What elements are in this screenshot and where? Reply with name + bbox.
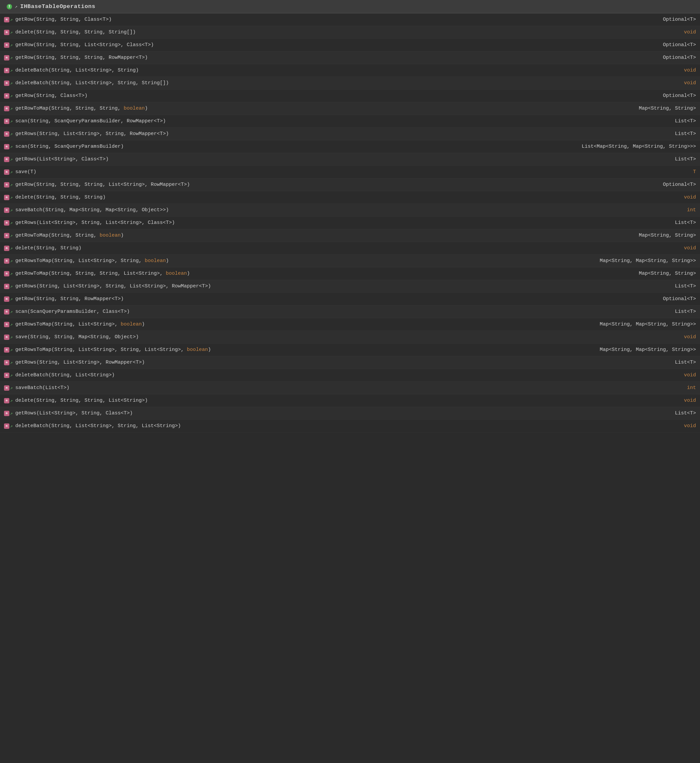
method-row[interactable]: m↗getRow(String, String, String, List<St… xyxy=(0,178,700,191)
method-row[interactable]: m↗getRowsToMap(String, List<String>, Str… xyxy=(0,255,700,267)
return-type: Optional<T> xyxy=(659,42,696,48)
method-row[interactable]: m↗deleteBatch(String, List<String>, Stri… xyxy=(0,77,700,90)
method-icon-group: m↗ xyxy=(4,385,13,391)
method-signature: getRowToMap(String, String, String, List… xyxy=(16,271,636,276)
method-row[interactable]: m↗save(String, String, Map<String, Objec… xyxy=(0,331,700,343)
method-icon-group: m↗ xyxy=(4,309,13,315)
method-row[interactable]: m↗getRows(String, List<String>, String, … xyxy=(0,128,700,140)
method-m-icon: m xyxy=(4,258,9,264)
method-row[interactable]: m↗scan(String, ScanQueryParamsBuilder, R… xyxy=(0,115,700,128)
method-m-icon: m xyxy=(4,233,9,238)
method-icon-group: m↗ xyxy=(4,169,13,175)
method-arrow-icon: ↗ xyxy=(10,195,13,200)
method-arrow-icon: ↗ xyxy=(10,373,13,378)
method-arrow-icon: ↗ xyxy=(10,182,13,187)
method-signature: scan(String, ScanQueryParamsBuilder, Row… xyxy=(16,118,672,124)
method-m-icon: m xyxy=(4,271,9,276)
method-signature: delete(String, String, String) xyxy=(16,195,681,200)
title-bar: I ↗ IHBaseTableOperations xyxy=(0,0,700,13)
method-row[interactable]: m↗getRowsToMap(String, List<String>, boo… xyxy=(0,318,700,331)
method-m-icon: m xyxy=(4,334,9,340)
return-type: List<T> xyxy=(672,131,696,137)
method-signature: deleteBatch(String, List<String>, String… xyxy=(16,67,681,73)
method-arrow-icon: ↗ xyxy=(10,360,13,365)
method-m-icon: m xyxy=(4,296,9,302)
method-signature: saveBatch(String, Map<String, Map<String… xyxy=(16,207,684,213)
method-arrow-icon: ↗ xyxy=(10,93,13,98)
method-icon-group: m↗ xyxy=(4,157,13,162)
method-arrow-icon: ↗ xyxy=(10,411,13,416)
method-row[interactable]: m↗getRow(String, String, RowMapper<T>)Op… xyxy=(0,293,700,306)
return-type: List<T> xyxy=(672,220,696,226)
method-arrow-icon: ↗ xyxy=(10,385,13,391)
method-arrow-icon: ↗ xyxy=(10,296,13,302)
method-arrow-icon: ↗ xyxy=(10,398,13,403)
method-row[interactable]: m↗getRows(List<String>, String, Class<T>… xyxy=(0,407,700,420)
method-row[interactable]: m↗delete(String, String, String, List<St… xyxy=(0,394,700,407)
method-m-icon: m xyxy=(4,106,9,111)
method-signature: deleteBatch(String, List<String>, String… xyxy=(16,80,681,86)
method-icon-group: m↗ xyxy=(4,81,13,86)
method-row[interactable]: m↗deleteBatch(String, List<String>)void xyxy=(0,369,700,382)
return-type: void xyxy=(681,80,696,86)
return-type: void xyxy=(681,398,696,403)
method-row[interactable]: m↗getRow(String, Class<T>)Optional<T> xyxy=(0,90,700,102)
method-signature: getRows(String, List<String>, String, Li… xyxy=(16,283,672,289)
method-arrow-icon: ↗ xyxy=(10,233,13,238)
method-arrow-icon: ↗ xyxy=(10,169,13,175)
method-row[interactable]: m↗delete(String, String, String)void xyxy=(0,191,700,204)
method-icon-group: m↗ xyxy=(4,284,13,289)
method-m-icon: m xyxy=(4,398,9,403)
return-type: T xyxy=(690,169,696,175)
return-type: Optional<T> xyxy=(659,17,696,22)
method-icon-group: m↗ xyxy=(4,182,13,187)
method-row[interactable]: m↗saveBatch(String, Map<String, Map<Stri… xyxy=(0,204,700,217)
method-icon-group: m↗ xyxy=(4,360,13,365)
method-row[interactable]: m↗getRowsToMap(String, List<String>, Str… xyxy=(0,343,700,356)
method-arrow-icon: ↗ xyxy=(10,423,13,429)
method-row[interactable]: m↗deleteBatch(String, List<String>, Stri… xyxy=(0,420,700,432)
method-row[interactable]: m↗getRow(String, String, List<String>, C… xyxy=(0,39,700,51)
method-row[interactable]: m↗delete(String, String, String, String[… xyxy=(0,26,700,39)
method-row[interactable]: m↗scan(String, ScanQueryParamsBuilder)Li… xyxy=(0,140,700,153)
method-row[interactable]: m↗getRow(String, String, String, RowMapp… xyxy=(0,51,700,64)
return-type: Optional<T> xyxy=(659,55,696,61)
method-icon-group: m↗ xyxy=(4,296,13,302)
method-row[interactable]: m↗getRowToMap(String, String, boolean)Ma… xyxy=(0,229,700,242)
method-row[interactable]: m↗save(T)T xyxy=(0,166,700,178)
method-arrow-icon: ↗ xyxy=(10,17,13,22)
method-signature: getRowsToMap(String, List<String>, Strin… xyxy=(16,258,596,264)
method-row[interactable]: m↗getRows(List<String>, Class<T>)List<T> xyxy=(0,153,700,166)
method-row[interactable]: m↗scan(ScanQueryParamsBuilder, Class<T>)… xyxy=(0,306,700,318)
method-icon-group: m↗ xyxy=(4,106,13,111)
method-m-icon: m xyxy=(4,309,9,315)
method-row[interactable]: m↗getRows(String, List<String>, RowMappe… xyxy=(0,356,700,369)
method-row[interactable]: m↗getRowToMap(String, String, String, Li… xyxy=(0,267,700,280)
method-m-icon: m xyxy=(4,68,9,73)
return-type: void xyxy=(681,372,696,378)
method-m-icon: m xyxy=(4,284,9,289)
method-row[interactable]: m↗getRows(List<String>, String, List<Str… xyxy=(0,217,700,229)
method-row[interactable]: m↗getRow(String, String, Class<T>)Option… xyxy=(0,13,700,26)
method-arrow-icon: ↗ xyxy=(10,258,13,264)
method-icon-group: m↗ xyxy=(4,271,13,276)
method-signature: delete(String, String) xyxy=(16,245,681,251)
method-m-icon: m xyxy=(4,411,9,416)
method-row[interactable]: m↗deleteBatch(String, List<String>, Stri… xyxy=(0,64,700,77)
return-type: Optional<T> xyxy=(659,182,696,187)
method-m-icon: m xyxy=(4,360,9,365)
method-row[interactable]: m↗saveBatch(List<T>)int xyxy=(0,382,700,394)
method-m-icon: m xyxy=(4,169,9,175)
method-icon-group: m↗ xyxy=(4,322,13,327)
method-m-icon: m xyxy=(4,42,9,48)
method-arrow-icon: ↗ xyxy=(10,131,13,137)
method-icon-group: m↗ xyxy=(4,411,13,416)
return-type: List<T> xyxy=(672,156,696,162)
method-icon-group: m↗ xyxy=(4,119,13,124)
title-text: IHBaseTableOperations xyxy=(20,3,95,10)
method-row[interactable]: m↗getRows(String, List<String>, String, … xyxy=(0,280,700,293)
method-row[interactable]: m↗delete(String, String)void xyxy=(0,242,700,255)
method-row[interactable]: m↗getRowToMap(String, String, String, bo… xyxy=(0,102,700,115)
method-m-icon: m xyxy=(4,195,9,200)
method-signature: deleteBatch(String, List<String>, String… xyxy=(16,423,681,429)
